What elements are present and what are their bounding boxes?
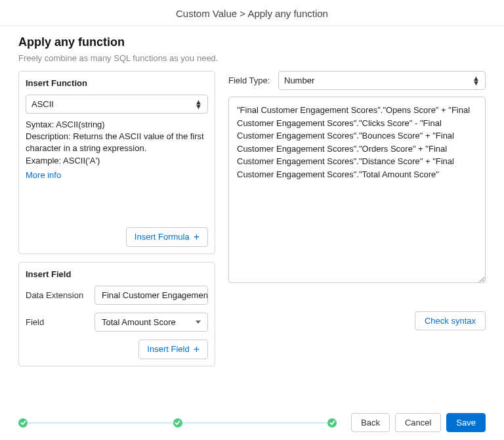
- field-label: Field: [26, 317, 88, 327]
- syntax-line: Syntax: ASCII(string): [26, 119, 208, 131]
- sort-icon: ▲▼: [195, 100, 202, 109]
- insert-function-heading: Insert Function: [26, 78, 208, 88]
- step-line: [28, 422, 173, 424]
- field-value: Total Amount Score: [102, 317, 176, 327]
- insert-field-panel: Insert Field Data Extension Final Custom…: [18, 262, 215, 366]
- formula-textarea[interactable]: [228, 97, 486, 283]
- field-type-value: Number: [284, 76, 314, 85]
- field-type-select[interactable]: Number ▲▼: [278, 71, 486, 90]
- insert-field-heading: Insert Field: [26, 269, 208, 279]
- data-extension-value: Final Customer Engagemen...: [102, 290, 208, 300]
- page-title: Apply any function: [18, 35, 486, 49]
- data-extension-select[interactable]: Final Customer Engagemen...: [94, 286, 208, 305]
- example-line: Example: ASCII('A'): [26, 155, 208, 167]
- step-complete-icon: [18, 418, 28, 428]
- insert-field-button[interactable]: Insert Field +: [138, 340, 208, 359]
- function-select-value: ASCII: [32, 99, 54, 109]
- step-complete-icon: [173, 418, 182, 428]
- function-select[interactable]: ASCII ▲▼: [26, 95, 208, 114]
- back-button[interactable]: Back: [351, 413, 390, 432]
- progress-indicator: [18, 418, 337, 428]
- plus-icon: +: [194, 344, 200, 355]
- insert-field-button-label: Insert Field: [147, 344, 189, 354]
- plus-icon: +: [194, 232, 200, 242]
- footer-bar: Back Cancel Save: [0, 407, 504, 440]
- chevron-down-icon: [196, 320, 201, 324]
- description-line: Description: Returns the ASCII value of …: [26, 131, 208, 154]
- more-info-link[interactable]: More info: [26, 169, 61, 181]
- page-subtitle: Freely combine as many SQL functions as …: [18, 53, 486, 63]
- insert-formula-label: Insert Formula: [135, 232, 190, 242]
- data-extension-label: Data Extension: [26, 290, 88, 300]
- insert-formula-button[interactable]: Insert Formula +: [126, 227, 208, 247]
- cancel-button[interactable]: Cancel: [395, 413, 441, 432]
- check-syntax-button[interactable]: Check syntax: [415, 311, 486, 330]
- sort-icon: ▲▼: [472, 76, 480, 85]
- save-button[interactable]: Save: [446, 413, 486, 432]
- insert-function-panel: Insert Function ASCII ▲▼ Syntax: ASCII(s…: [18, 71, 215, 254]
- step-complete-icon: [327, 418, 337, 428]
- field-type-label: Field Type:: [228, 76, 273, 85]
- breadcrumb: Custom Value > Apply any function: [0, 0, 504, 26]
- field-select[interactable]: Total Amount Score: [94, 313, 208, 332]
- step-line: [182, 422, 328, 424]
